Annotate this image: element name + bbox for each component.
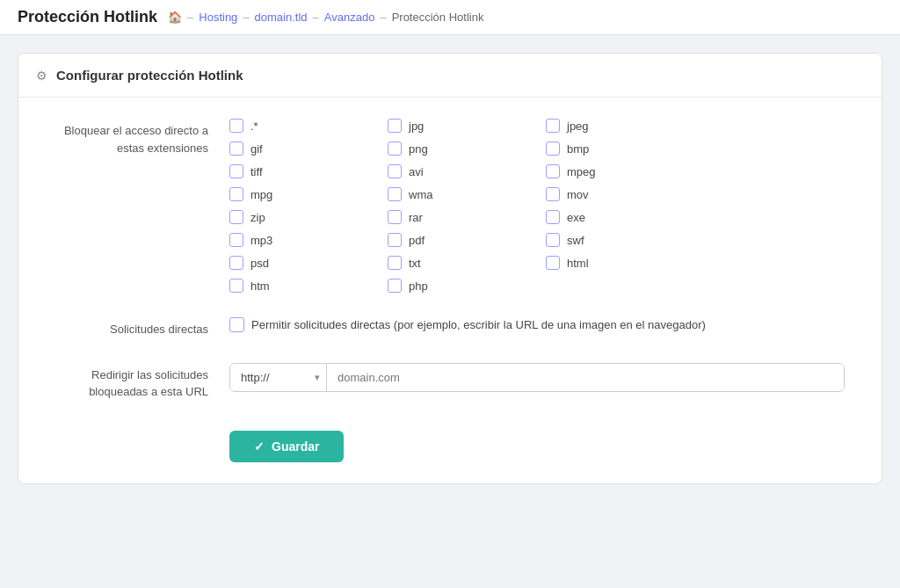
breadcrumb-sep-0: – bbox=[187, 11, 193, 24]
checkbox-ext-swf[interactable] bbox=[546, 233, 560, 247]
card-header-title: Configurar protección Hotlink bbox=[56, 68, 243, 83]
direct-request-text[interactable]: Permitir solicitudes directas (por ejemp… bbox=[251, 318, 706, 331]
checkbox-label-ext-avi[interactable]: avi bbox=[409, 165, 424, 178]
checkbox-label-ext-rar[interactable]: rar bbox=[409, 211, 423, 224]
checkbox-label-ext-jpg[interactable]: jpg bbox=[409, 120, 424, 133]
checkbox-item-ext-psd: psd bbox=[229, 256, 370, 270]
save-button[interactable]: ✓ Guardar bbox=[229, 431, 344, 462]
checkbox-ext-exe[interactable] bbox=[546, 210, 560, 224]
checkbox-ext-pdf[interactable] bbox=[388, 233, 402, 247]
url-protocol-select[interactable]: http:// https:// ftp:// bbox=[230, 364, 327, 391]
card-body: Bloquear el acceso directo a estas exten… bbox=[18, 98, 882, 422]
checkbox-item-ext-txt: txt bbox=[388, 256, 528, 270]
settings-card: ⚙ Configurar protección Hotlink Bloquear… bbox=[18, 53, 882, 484]
checkbox-item-ext-tiff: tiff bbox=[229, 164, 370, 178]
direct-request-control: Permitir solicitudes directas (por ejemp… bbox=[229, 317, 864, 332]
checkbox-label-ext-gif[interactable]: gif bbox=[250, 142, 263, 156]
save-row: ✓ Guardar bbox=[18, 422, 882, 483]
checkbox-item-ext-rar: rar bbox=[388, 210, 528, 224]
url-protocol-wrapper: http:// https:// ftp:// bbox=[230, 364, 327, 391]
breadcrumb-hosting[interactable]: Hosting bbox=[199, 11, 237, 24]
checkbox-item-ext-exe: exe bbox=[546, 210, 686, 224]
url-input[interactable] bbox=[327, 364, 844, 391]
direct-request-checkbox[interactable] bbox=[229, 317, 244, 332]
checkbox-ext-tiff[interactable] bbox=[229, 164, 243, 178]
direct-request-row: Solicitudes directas Permitir solicitude… bbox=[36, 317, 864, 338]
checkbox-ext-wma[interactable] bbox=[388, 187, 402, 201]
breadcrumb: 🏠 – Hosting – domain.tld – Avanzado – Pr… bbox=[168, 11, 483, 24]
redirect-control: http:// https:// ftp:// bbox=[229, 363, 864, 392]
checkbox-ext-zip[interactable] bbox=[229, 210, 243, 224]
checkbox-ext-avi[interactable] bbox=[388, 164, 402, 178]
checkbox-label-ext-star[interactable]: .* bbox=[250, 120, 258, 133]
checkbox-label-ext-htm[interactable]: htm bbox=[250, 279, 270, 293]
checkbox-item-ext-zip: zip bbox=[229, 210, 370, 224]
checkbox-ext-jpeg[interactable] bbox=[546, 119, 560, 133]
checkbox-ext-jpg[interactable] bbox=[388, 119, 402, 133]
checkbox-ext-mp3[interactable] bbox=[229, 233, 243, 247]
breadcrumb-sep-2: – bbox=[313, 11, 319, 24]
checkbox-item-ext-mpg: mpg bbox=[229, 187, 370, 201]
checkbox-label-ext-bmp[interactable]: bmp bbox=[567, 142, 589, 156]
breadcrumb-current: Protección Hotlink bbox=[392, 11, 484, 24]
checkbox-label-ext-mp3[interactable]: mp3 bbox=[250, 234, 272, 247]
checkbox-ext-gif[interactable] bbox=[229, 142, 243, 156]
breadcrumb-sep-3: – bbox=[380, 11, 386, 24]
breadcrumb-domain[interactable]: domain.tld bbox=[255, 11, 308, 24]
checkbox-label-ext-wma[interactable]: wma bbox=[409, 188, 432, 201]
checkbox-item-ext-mov: mov bbox=[546, 187, 686, 201]
page-title: Protección Hotlink bbox=[18, 8, 157, 26]
checkbox-label-ext-php[interactable]: php bbox=[409, 279, 428, 293]
checkbox-ext-mpeg[interactable] bbox=[546, 164, 560, 178]
checkbox-ext-mpg[interactable] bbox=[229, 187, 243, 201]
checkbox-item-ext-swf: swf bbox=[546, 233, 686, 247]
checkbox-item-ext-gif: gif bbox=[229, 142, 370, 156]
home-icon: 🏠 bbox=[168, 11, 182, 24]
card-header: ⚙ Configurar protección Hotlink bbox=[18, 54, 882, 98]
checkbox-label-ext-tiff[interactable]: tiff bbox=[250, 165, 263, 178]
checkbox-ext-html[interactable] bbox=[546, 256, 560, 270]
checkbox-ext-bmp[interactable] bbox=[546, 142, 560, 156]
checkbox-ext-png[interactable] bbox=[388, 142, 402, 156]
checkbox-label-ext-mov[interactable]: mov bbox=[567, 188, 589, 201]
checkbox-label-ext-zip[interactable]: zip bbox=[250, 211, 265, 224]
checkbox-label-ext-exe[interactable]: exe bbox=[567, 211, 585, 224]
checkbox-ext-psd[interactable] bbox=[229, 256, 243, 270]
direct-request-checkbox-row: Permitir solicitudes directas (por ejemp… bbox=[229, 317, 864, 332]
checkbox-ext-php[interactable] bbox=[388, 279, 402, 293]
checkbox-item-ext-jpeg: jpeg bbox=[546, 119, 686, 133]
extensions-control: .*jpgjpeggifpngbmptiffavimpegmpgwmamovzi… bbox=[229, 119, 864, 293]
url-row: http:// https:// ftp:// bbox=[229, 363, 845, 392]
breadcrumb-avanzado[interactable]: Avanzado bbox=[324, 11, 375, 24]
checkbox-item-ext-htm: htm bbox=[229, 279, 370, 293]
extensions-label: Bloquear el acceso directo a estas exten… bbox=[36, 119, 229, 156]
checkbox-item-ext-jpg: jpg bbox=[388, 119, 528, 133]
checkbox-label-ext-mpeg[interactable]: mpeg bbox=[567, 165, 596, 178]
gear-icon: ⚙ bbox=[36, 69, 47, 83]
checkbox-label-ext-txt[interactable]: txt bbox=[409, 257, 421, 270]
checkbox-item-ext-avi: avi bbox=[388, 164, 528, 178]
checkbox-item-ext-php: php bbox=[388, 279, 528, 293]
checkbox-label-ext-psd[interactable]: psd bbox=[250, 257, 269, 270]
save-label: Guardar bbox=[272, 439, 319, 454]
checkbox-label-ext-png[interactable]: png bbox=[409, 142, 428, 156]
header-bar: Protección Hotlink 🏠 – Hosting – domain.… bbox=[0, 0, 900, 35]
checkbox-ext-star[interactable] bbox=[229, 119, 243, 133]
checkbox-ext-txt[interactable] bbox=[388, 256, 402, 270]
checkbox-item-ext-mp3: mp3 bbox=[229, 233, 370, 247]
checkbox-label-ext-pdf[interactable]: pdf bbox=[409, 234, 425, 247]
direct-request-label: Solicitudes directas bbox=[36, 317, 229, 338]
checkbox-item-ext-bmp: bmp bbox=[546, 142, 686, 156]
checkbox-ext-htm[interactable] bbox=[229, 279, 243, 293]
checkbox-item-ext-png: png bbox=[388, 142, 528, 156]
checkbox-label-ext-swf[interactable]: swf bbox=[567, 234, 584, 247]
checkbox-label-ext-jpeg[interactable]: jpeg bbox=[567, 120, 589, 133]
main-content: ⚙ Configurar protección Hotlink Bloquear… bbox=[0, 35, 900, 502]
checkbox-ext-mov[interactable] bbox=[546, 187, 560, 201]
extensions-grid: .*jpgjpeggifpngbmptiffavimpegmpgwmamovzi… bbox=[229, 119, 864, 293]
checkbox-label-ext-mpg[interactable]: mpg bbox=[250, 188, 272, 201]
extensions-row: Bloquear el acceso directo a estas exten… bbox=[36, 119, 864, 293]
checkbox-ext-rar[interactable] bbox=[388, 210, 402, 224]
checkbox-label-ext-html[interactable]: html bbox=[567, 257, 589, 270]
checkbox-item-ext-wma: wma bbox=[388, 187, 528, 201]
